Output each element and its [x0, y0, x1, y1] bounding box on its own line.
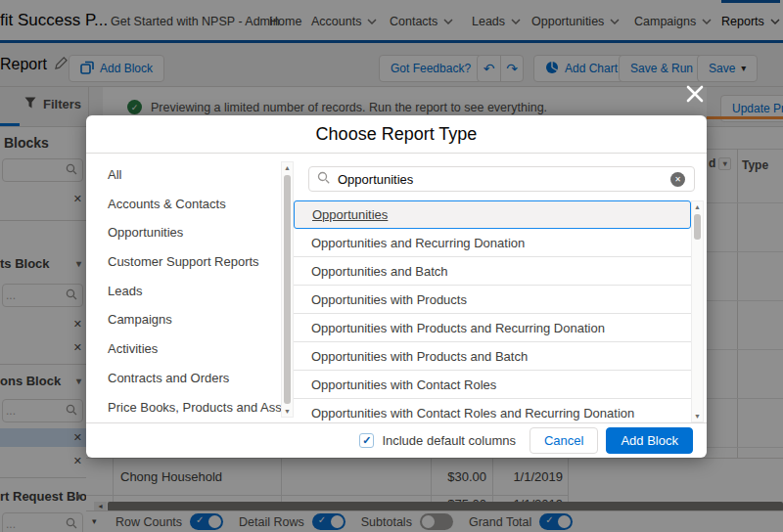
scrollbar-thumb[interactable]: [284, 175, 291, 404]
modal-title: Choose Report Type: [316, 124, 478, 145]
scroll-down-icon[interactable]: ▼: [692, 411, 703, 421]
report-type-scrollbar[interactable]: ▲ ▼: [691, 200, 704, 422]
report-type-option[interactable]: Opportunities with Products: [294, 286, 691, 314]
search-value: Opportunities: [338, 172, 670, 187]
cancel-button[interactable]: Cancel: [530, 427, 598, 454]
scroll-up-icon[interactable]: ▲: [692, 201, 703, 212]
include-default-columns-checkbox[interactable]: ✓: [359, 433, 374, 448]
scroll-down-icon[interactable]: ▼: [282, 406, 293, 417]
report-type-option[interactable]: Opportunities and Recurring Donation: [294, 229, 691, 257]
clear-search-icon[interactable]: ✕: [670, 172, 685, 187]
close-icon[interactable]: [684, 83, 706, 109]
choose-report-type-modal: Choose Report Type All Accounts & Contac…: [86, 115, 707, 458]
report-type-option[interactable]: Opportunities and Batch: [294, 257, 691, 286]
modal-footer: ✓ Include default columns Cancel Add Blo…: [86, 422, 707, 458]
report-builder-screen: fit Success P... Get Started with NPSP -…: [0, 0, 783, 532]
report-type-option[interactable]: Opportunities with Contact Roles: [294, 371, 691, 399]
modal-header: Choose Report Type: [86, 115, 707, 154]
report-type-option[interactable]: Opportunities with Products and Recurrin…: [294, 314, 691, 342]
report-type-option-selected[interactable]: Opportunities: [294, 200, 691, 229]
report-type-search-input[interactable]: Opportunities ✕: [308, 166, 695, 192]
checkbox-label: Include default columns: [382, 433, 516, 448]
modal-body: All Accounts & Contacts Opportunities Cu…: [86, 154, 707, 422]
scrollbar-thumb[interactable]: [694, 214, 701, 240]
category-scrollbar[interactable]: ▲ ▼: [281, 161, 294, 418]
report-type-option[interactable]: Opportunities with Contact Roles and Rec…: [294, 399, 691, 422]
report-type-option[interactable]: Opportunities with Products and Batch: [294, 342, 691, 371]
search-icon: [309, 170, 338, 188]
report-type-list: Opportunities Opportunities and Recurrin…: [294, 200, 691, 422]
add-block-confirm-button[interactable]: Add Block: [606, 427, 693, 454]
scroll-up-icon[interactable]: ▲: [282, 162, 293, 173]
